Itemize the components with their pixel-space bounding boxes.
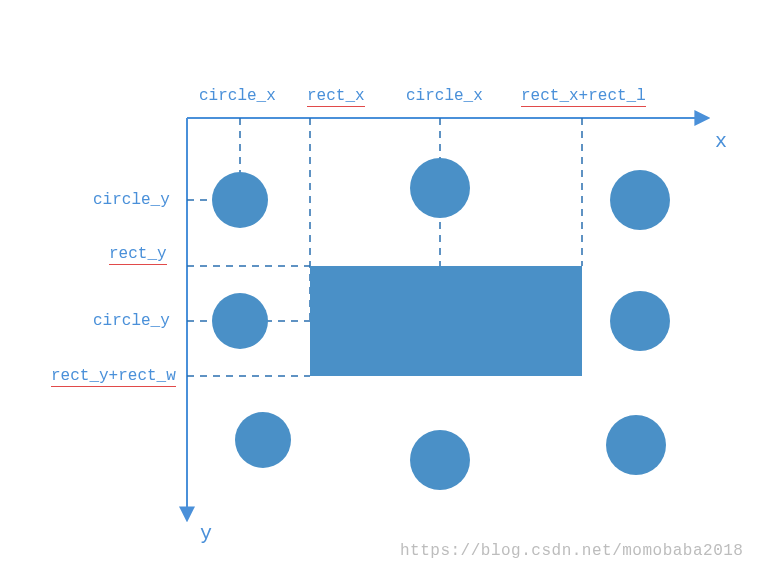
label-circle-y-lower: circle_y bbox=[93, 312, 170, 330]
circle-mid-right bbox=[610, 291, 670, 351]
rectangle bbox=[310, 266, 582, 376]
label-circle-x-left: circle_x bbox=[199, 87, 276, 105]
label-rect-x-rect-l: rect_x+rect_l bbox=[521, 87, 646, 105]
circle-bottom-mid bbox=[410, 430, 470, 490]
label-rect-y-rect-w: rect_y+rect_w bbox=[51, 367, 176, 385]
label-circle-y-upper: circle_y bbox=[93, 191, 170, 209]
label-rect-y: rect_y bbox=[109, 245, 167, 263]
watermark-text: https://blog.csdn.net/momobaba2018 bbox=[400, 542, 743, 560]
diagram-svg bbox=[0, 0, 767, 573]
circle-top-left bbox=[212, 172, 268, 228]
circle-bottom-right bbox=[606, 415, 666, 475]
x-axis-label: x bbox=[715, 130, 727, 153]
circle-bottom-left bbox=[235, 412, 291, 468]
circle-top-mid bbox=[410, 158, 470, 218]
circle-mid-left bbox=[212, 293, 268, 349]
label-circle-x-mid: circle_x bbox=[406, 87, 483, 105]
circle-top-right bbox=[610, 170, 670, 230]
diagram-stage: x y circle_x rect_x circle_x rect_x+rect… bbox=[0, 0, 767, 573]
y-axis-label: y bbox=[200, 522, 212, 545]
label-rect-x: rect_x bbox=[307, 87, 365, 105]
